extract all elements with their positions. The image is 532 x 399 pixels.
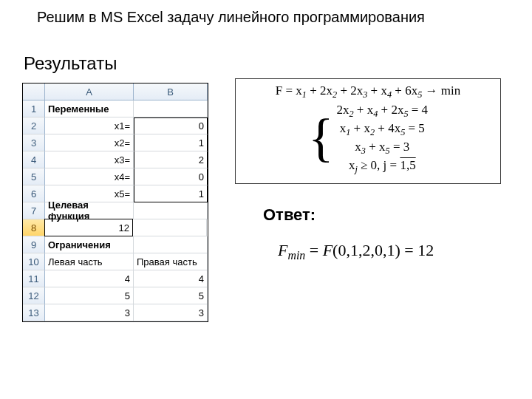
- cell: [134, 236, 208, 253]
- table-row: 5 x4= 0: [23, 168, 208, 185]
- cell: 3: [45, 304, 134, 321]
- row-number: 1: [23, 100, 45, 117]
- row-number: 6: [23, 185, 45, 202]
- table-row: 4 x3= 2: [23, 151, 208, 168]
- cell-active: 12: [44, 219, 133, 236]
- constraint-system: 2x2 + x4 + 2x5 = 4 x1 + x2 + 4x5 = 5 x3 …: [336, 102, 428, 176]
- cell: Правая часть: [134, 253, 208, 270]
- row-number: 11: [23, 270, 45, 287]
- row-number: 4: [23, 151, 45, 168]
- table-row: 7 Целевая функция: [23, 202, 208, 219]
- problem-formulation: F = x1 + 2x2 + 2x3 + x4 + 6x5 → min { 2x…: [235, 78, 501, 184]
- cell: Левая часть: [45, 253, 134, 270]
- cell: [133, 219, 207, 236]
- excel-header-row: A B: [23, 83, 208, 100]
- table-row: 10 Левая часть Правая часть: [23, 253, 208, 270]
- row-number: 3: [23, 134, 45, 151]
- table-row: 2 x1= 0: [23, 117, 208, 134]
- cell: 4: [134, 270, 208, 287]
- select-all-corner: [23, 83, 45, 100]
- table-row: 8 12: [23, 219, 208, 236]
- table-row: 1 Переменные: [23, 100, 208, 117]
- constraint-2: x1 + x2 + 4x5 = 5: [340, 120, 425, 139]
- results-heading: Результаты: [24, 53, 117, 74]
- row-number: 10: [23, 253, 45, 270]
- cell: Переменные: [45, 100, 134, 117]
- row-number: 5: [23, 168, 45, 185]
- constraint-nonneg: xj ≥ 0, j = 1,5: [349, 157, 416, 176]
- constraint-3: x3 + x5 = 3: [355, 139, 409, 157]
- cell: x3=: [45, 151, 134, 168]
- constraint-1: 2x2 + x4 + 2x5 = 4: [336, 102, 428, 120]
- objective-function: F = x1 + 2x2 + 2x3 + x4 + 6x5 → min: [242, 83, 494, 100]
- excel-screenshot: A B 1 Переменные 2 x1= 0 3 x2= 1 4 x3= 2…: [22, 83, 208, 322]
- row-number: 7: [23, 202, 45, 219]
- row-number: 9: [23, 236, 45, 253]
- row-number: 12: [23, 287, 45, 304]
- slide-title: Решим в MS Excel задачу линейного програ…: [37, 9, 425, 26]
- table-row: 9 Ограничения: [23, 236, 208, 253]
- row-number: 8: [23, 219, 45, 236]
- cell: Целевая функция: [45, 202, 134, 219]
- cell: Ограничения: [45, 236, 134, 253]
- table-row: 3 x2= 1: [23, 134, 208, 151]
- answer-formula: Fmin = F(0,1,2,0,1) = 12: [278, 241, 434, 262]
- col-header-A: A: [45, 83, 134, 100]
- cell: 3: [134, 304, 208, 321]
- cell: [134, 202, 208, 219]
- cell: [134, 100, 208, 117]
- cell: 1: [134, 134, 208, 151]
- table-row: 12 5 5: [23, 287, 208, 304]
- cell: 0: [134, 168, 208, 185]
- col-header-B: B: [134, 83, 208, 100]
- row-number: 2: [23, 117, 45, 134]
- cell: 1: [134, 185, 208, 202]
- row-number: 13: [23, 304, 45, 321]
- table-row: 13 3 3: [23, 304, 208, 321]
- cell: 5: [134, 287, 208, 304]
- cell: x4=: [45, 168, 134, 185]
- cell: 5: [45, 287, 134, 304]
- cell: 0: [134, 117, 208, 134]
- cell: 2: [134, 151, 208, 168]
- answer-heading: Ответ:: [263, 205, 316, 225]
- cell: x1=: [45, 117, 134, 134]
- cell: 4: [45, 270, 134, 287]
- cell: x2=: [45, 134, 134, 151]
- table-row: 11 4 4: [23, 270, 208, 287]
- brace-icon: {: [308, 111, 334, 164]
